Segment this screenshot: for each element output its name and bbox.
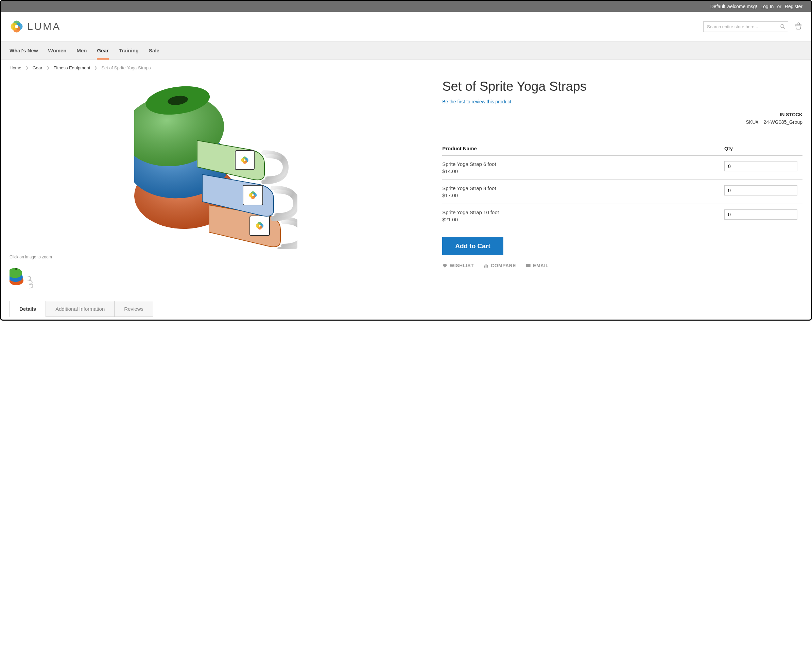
nav-item-men[interactable]: Men xyxy=(77,41,87,59)
chevron-right-icon: ❯ xyxy=(94,66,97,70)
login-link[interactable]: Log In xyxy=(760,4,774,9)
product-info: Set of Sprite Yoga Straps Be the first t… xyxy=(442,79,802,291)
breadcrumb: Home ❯ Gear ❯ Fitness Equipment ❯ Set of… xyxy=(1,60,811,76)
cart-icon[interactable] xyxy=(794,23,802,31)
nav-item-training[interactable]: Training xyxy=(119,41,139,59)
svg-point-5 xyxy=(781,25,784,28)
nav-item-gear[interactable]: Gear xyxy=(97,41,108,59)
col-product-name: Product Name xyxy=(442,141,724,156)
brand-name: LUMA xyxy=(27,21,61,32)
wishlist-label: WISHLIST xyxy=(450,263,474,268)
svg-line-6 xyxy=(783,27,785,29)
product-thumbnail[interactable] xyxy=(10,264,36,291)
nav-link: Training xyxy=(119,41,139,59)
sku-value: 24-WG085_Group xyxy=(764,120,802,125)
site-search xyxy=(703,21,788,32)
envelope-icon xyxy=(526,263,531,268)
luma-logo-icon xyxy=(10,20,24,34)
add-to-cart-button[interactable]: Add to Cart xyxy=(442,237,503,256)
email-label: EMAIL xyxy=(533,263,548,268)
qty-input[interactable] xyxy=(724,185,797,195)
svg-point-16 xyxy=(259,225,260,226)
table-row: Sprite Yoga Strap 6 foot $14.00 xyxy=(442,156,802,180)
nav-link: Sale xyxy=(149,41,159,59)
qty-input[interactable] xyxy=(724,210,797,219)
svg-rect-41 xyxy=(487,265,488,267)
wishlist-link[interactable]: WISHLIST xyxy=(442,263,474,268)
register-link[interactable]: Register xyxy=(785,4,802,9)
chevron-right-icon: ❯ xyxy=(47,66,50,70)
grouped-item-price: $17.00 xyxy=(442,192,724,198)
table-row: Sprite Yoga Strap 10 foot $21.00 xyxy=(442,204,802,228)
grouped-item-name: Sprite Yoga Strap 6 foot xyxy=(442,161,724,167)
email-link[interactable]: EMAIL xyxy=(526,263,548,268)
grouped-product-table: Product Name Qty Sprite Yoga Strap 6 foo… xyxy=(442,141,802,228)
site-logo[interactable]: LUMA xyxy=(10,20,61,34)
crumb-home[interactable]: Home xyxy=(10,65,21,70)
compare-label: COMPARE xyxy=(491,263,516,268)
nav-item-women[interactable]: Women xyxy=(48,41,67,59)
top-bar: Default welcome msg! Log In or Register xyxy=(1,1,811,12)
qty-input[interactable] xyxy=(724,161,797,171)
nav-link: What's New xyxy=(10,41,38,59)
product-tabs: Details Additional Information Reviews xyxy=(10,301,802,317)
review-cta-link[interactable]: Be the first to review this product xyxy=(442,99,511,104)
search-icon[interactable] xyxy=(780,24,786,29)
site-header: LUMA xyxy=(1,12,811,41)
chevron-right-icon: ❯ xyxy=(26,66,29,70)
svg-rect-39 xyxy=(484,265,485,267)
heart-icon xyxy=(442,263,448,268)
tab-details[interactable]: Details xyxy=(10,301,46,317)
col-qty: Qty xyxy=(724,141,802,156)
compare-link[interactable]: COMPARE xyxy=(483,263,516,268)
sku-label: SKU#: xyxy=(746,120,759,125)
grouped-item-name: Sprite Yoga Strap 10 foot xyxy=(442,210,724,215)
main-nav: What's New Women Men Gear Training Sale xyxy=(1,41,811,60)
tab-additional-information[interactable]: Additional Information xyxy=(46,301,115,317)
nav-link: Women xyxy=(48,41,67,59)
svg-point-4 xyxy=(15,25,18,28)
svg-point-34 xyxy=(244,159,246,161)
product-media: Click on image to zoom xyxy=(10,79,422,291)
page-title: Set of Sprite Yoga Straps xyxy=(442,79,802,94)
svg-point-38 xyxy=(15,268,17,270)
zoom-hint: Click on image to zoom xyxy=(10,255,422,259)
nav-item-whats-new[interactable]: What's New xyxy=(10,41,38,59)
crumb-gear[interactable]: Gear xyxy=(33,65,43,70)
welcome-message: Default welcome msg! xyxy=(710,4,757,9)
grouped-item-name: Sprite Yoga Strap 8 foot xyxy=(442,185,724,191)
separator-or: or xyxy=(777,4,781,9)
search-input[interactable] xyxy=(703,21,788,32)
nav-item-sale[interactable]: Sale xyxy=(149,41,159,59)
svg-rect-40 xyxy=(486,264,487,267)
bar-chart-icon xyxy=(483,263,489,268)
stock-status: IN STOCK xyxy=(442,112,802,117)
product-main-image[interactable] xyxy=(10,79,422,249)
grouped-item-price: $14.00 xyxy=(442,168,724,174)
svg-point-24 xyxy=(252,194,254,196)
nav-link: Gear xyxy=(97,41,108,59)
nav-link: Men xyxy=(77,41,87,59)
table-row: Sprite Yoga Strap 8 foot $17.00 xyxy=(442,180,802,204)
grouped-item-price: $21.00 xyxy=(442,216,724,222)
crumb-current: Set of Sprite Yoga Straps xyxy=(101,65,151,70)
nav-list: What's New Women Men Gear Training Sale xyxy=(10,41,802,59)
crumb-fitness-equipment[interactable]: Fitness Equipment xyxy=(54,65,90,70)
tab-reviews[interactable]: Reviews xyxy=(114,301,153,317)
